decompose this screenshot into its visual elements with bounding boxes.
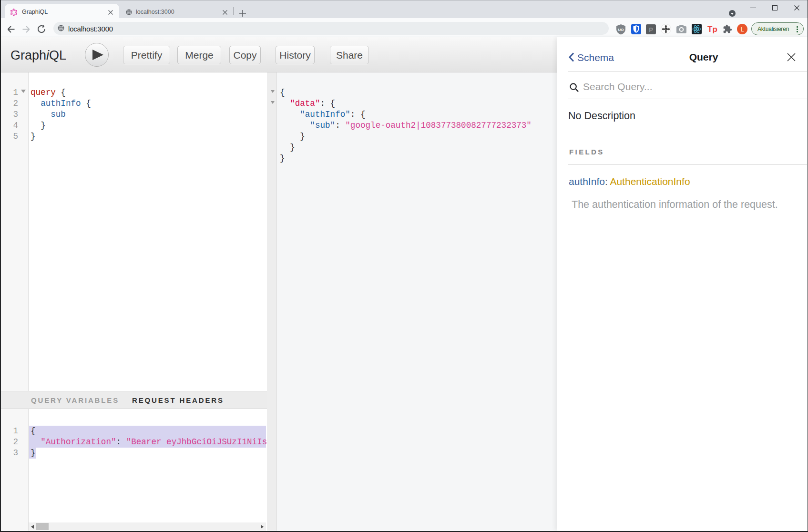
svg-text:P: P [649,26,653,33]
svg-text:UO: UO [618,28,624,32]
